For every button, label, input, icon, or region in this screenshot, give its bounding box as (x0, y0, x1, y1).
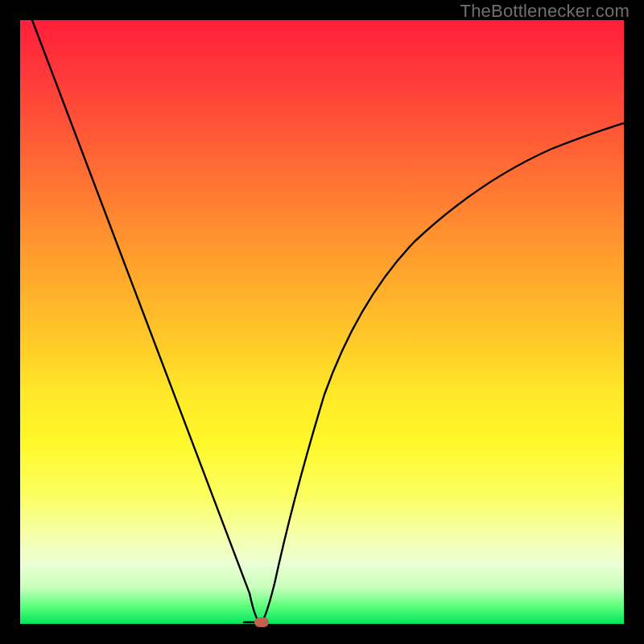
min-marker (254, 617, 269, 627)
chart-frame: TheBottlenecker.com (0, 0, 644, 644)
curve-left-branch (32, 20, 260, 622)
curve-right-branch (262, 123, 624, 622)
chart-plot-area (20, 20, 624, 624)
bottleneck-curve (20, 20, 624, 624)
watermark-text: TheBottlenecker.com (460, 1, 630, 22)
